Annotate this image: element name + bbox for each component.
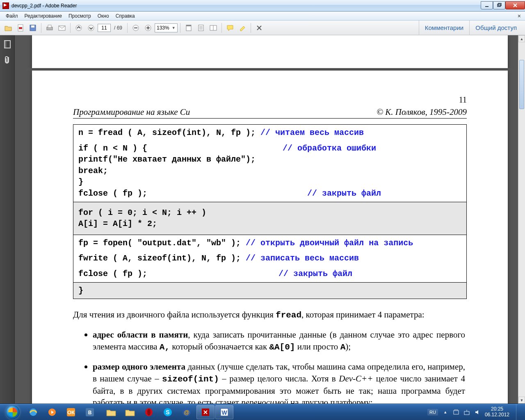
svg-text:ОК: ОК	[67, 409, 75, 415]
menu-help[interactable]: Справка	[112, 12, 138, 20]
tool-view-button[interactable]	[208, 22, 219, 34]
scrollbar-thumb[interactable]	[519, 60, 524, 109]
zoom-value: 133%	[157, 25, 169, 31]
close-button[interactable]	[505, 1, 525, 9]
taskbar-ok[interactable]: ОК	[62, 405, 80, 419]
share-panel-link[interactable]: Общий доступ	[469, 21, 523, 35]
svg-point-13	[88, 25, 94, 31]
taskbar-ie[interactable]	[24, 405, 42, 419]
menubar-close-icon[interactable]: ×	[518, 13, 523, 19]
page-down-button[interactable]	[85, 22, 97, 34]
tray-up-icon[interactable]: ▴	[442, 409, 449, 415]
separator	[70, 23, 71, 33]
svg-text:B: B	[88, 410, 92, 415]
adobe-reader-icon	[2, 2, 9, 9]
thumbnails-icon[interactable]	[2, 39, 12, 49]
chevron-down-icon: ▼	[172, 26, 176, 30]
taskbar-opera[interactable]	[140, 405, 158, 419]
svg-rect-10	[48, 25, 51, 27]
email-button[interactable]	[56, 22, 68, 34]
tray-date: 06.12.2012	[485, 412, 509, 418]
open-file-button[interactable]	[2, 22, 14, 34]
windows-orb-icon	[6, 405, 20, 419]
svg-text:W: W	[221, 409, 227, 416]
separator	[41, 23, 41, 33]
separator	[251, 23, 251, 33]
restore-button[interactable]	[493, 1, 505, 9]
svg-rect-41	[454, 411, 459, 414]
window-titlebar: devcpp_2.pdf - Adobe Reader	[0, 0, 525, 11]
tool-select-button[interactable]	[183, 22, 194, 34]
tool-hand-button[interactable]	[195, 22, 207, 34]
save-button[interactable]	[27, 22, 39, 34]
export-pdf-button[interactable]	[15, 22, 26, 34]
page-up-button[interactable]	[73, 22, 84, 34]
menu-file[interactable]: Файл	[2, 12, 21, 20]
svg-rect-2	[498, 3, 501, 6]
network-icon[interactable]	[463, 409, 470, 415]
document-viewport[interactable]: 11 Программирование на языке Си © К. Пол…	[15, 35, 525, 404]
menu-edit[interactable]: Редактирование	[21, 12, 65, 20]
page-total-label: / 69	[112, 25, 125, 31]
read-mode-button[interactable]	[253, 22, 265, 34]
page-number-label: 11	[73, 95, 467, 105]
running-left: Программирование на языке Си	[73, 107, 190, 117]
svg-rect-24	[5, 41, 10, 48]
zoom-select[interactable]: 133%▼	[155, 23, 178, 32]
taskbar-folder[interactable]	[121, 405, 139, 419]
windows-taskbar: ОК B S @ W RU ▴ 20:25 06.12.2012	[0, 404, 525, 420]
tray-time: 20:25	[485, 406, 509, 412]
window-title: devcpp_2.pdf - Adobe Reader	[11, 3, 77, 9]
svg-rect-1	[498, 4, 500, 7]
menu-view[interactable]: Просмотр	[65, 12, 94, 20]
volume-icon[interactable]	[474, 409, 481, 415]
separator	[221, 23, 222, 33]
previous-page-edge	[32, 35, 508, 68]
attachments-icon[interactable]	[2, 55, 12, 65]
taskbar-media[interactable]	[43, 405, 61, 419]
taskbar-word[interactable]: W	[215, 405, 233, 419]
action-center-icon[interactable]	[453, 409, 459, 415]
svg-rect-8	[31, 25, 34, 27]
svg-rect-20	[186, 25, 191, 26]
taskbar-explorer[interactable]	[102, 405, 120, 419]
language-indicator[interactable]: RU	[427, 409, 438, 415]
running-header: Программирование на языке Си © К. Поляко…	[73, 107, 467, 119]
taskbar-mail[interactable]: @	[178, 405, 196, 419]
code-listing: n = fread ( A, sizeof(int), N, fp ); // …	[73, 124, 467, 299]
vertical-scrollbar[interactable]: ▲ ▼	[518, 35, 525, 404]
list-item: адрес области в памяти, куда записать пр…	[93, 329, 467, 353]
scroll-up-icon[interactable]: ▲	[518, 35, 525, 42]
list-item: размер одного элемента данных (лучше сде…	[93, 361, 467, 404]
taskbar-vk[interactable]: B	[81, 405, 99, 419]
document-page: 11 Программирование на языке Си © К. Пол…	[32, 71, 508, 404]
print-button[interactable]	[44, 22, 55, 34]
svg-text:@: @	[184, 409, 189, 415]
separator	[180, 23, 180, 33]
menubar: Файл Редактирование Просмотр Окно Справк…	[0, 11, 525, 21]
paragraph-fread: Для чтения из двоичного файла использует…	[73, 309, 467, 321]
start-button[interactable]	[2, 405, 24, 420]
scroll-down-icon[interactable]: ▼	[518, 397, 525, 404]
show-desktop-button[interactable]	[516, 404, 521, 420]
svg-point-33	[147, 409, 151, 415]
svg-text:S: S	[166, 409, 169, 415]
running-right: © К. Поляков, 1995-2009	[377, 107, 467, 117]
minimize-button[interactable]	[481, 1, 493, 9]
page-number-input[interactable]	[98, 24, 111, 32]
svg-rect-25	[6, 41, 10, 48]
comment-button[interactable]	[224, 22, 236, 34]
highlight-button[interactable]	[237, 22, 248, 34]
comments-panel-link[interactable]: Комментарии	[419, 21, 469, 35]
tray-clock[interactable]: 20:25 06.12.2012	[485, 406, 509, 418]
svg-rect-42	[464, 411, 469, 415]
menu-window[interactable]: Окно	[94, 12, 112, 20]
svg-rect-6	[19, 27, 22, 29]
taskbar-adobe-reader[interactable]	[196, 405, 215, 419]
taskbar-skype[interactable]: S	[159, 405, 177, 419]
zoom-out-button[interactable]	[130, 22, 142, 34]
zoom-in-button[interactable]	[142, 22, 154, 34]
nav-sidebar	[0, 35, 15, 404]
system-tray: RU ▴ 20:25 06.12.2012	[427, 404, 523, 420]
separator	[127, 23, 128, 33]
